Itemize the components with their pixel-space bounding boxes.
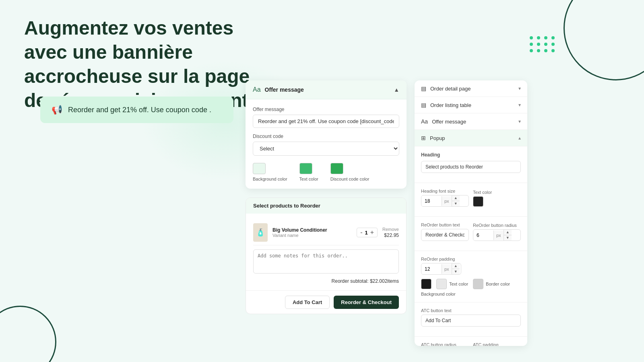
bg-color-setting	[421, 279, 431, 289]
reorder-text-color-swatch[interactable]	[436, 279, 447, 289]
reorder-border-color-label: Border color	[486, 282, 510, 286]
order-detail-icon: ▤	[421, 85, 426, 92]
bg-color-label-bottom: Background color	[421, 292, 456, 296]
popup-chevron: ▴	[518, 135, 521, 141]
reorder-btn-radius-label: ReOrder button radius	[473, 223, 521, 228]
offer-message-config-panel: Aa Offer message ▲ Offer message Discoun…	[246, 80, 407, 189]
bg-color-label: Background color	[253, 177, 287, 181]
discount-code-select[interactable]: Select	[253, 142, 399, 156]
notes-textarea[interactable]	[253, 249, 399, 274]
reorder-colors-row: Text color Border color	[421, 279, 521, 289]
font-size-col: Heading font size px ▲ ▼	[421, 189, 469, 207]
text-color-setting: Text color	[436, 279, 468, 289]
font-size-unit: px	[442, 196, 452, 206]
product-image: 🧴	[253, 223, 268, 242]
font-size-group: px ▲ ▼	[421, 195, 469, 207]
text-color-item: Text color	[299, 163, 318, 181]
product-row: 🧴 Big Volume Conditioner Variant name - …	[253, 220, 399, 245]
megaphone-icon: 📢	[52, 105, 62, 115]
items-count: 2items	[385, 278, 399, 284]
reorder-checkout-button[interactable]: Reorder & Checkout	[334, 296, 399, 309]
reorder-padding-label: ReOrder padding	[421, 257, 521, 261]
add-to-cart-button[interactable]: Add To Cart	[285, 296, 330, 309]
settings-item-popup[interactable]: ⊞ Popup ▴	[415, 130, 527, 146]
main-container: Augmentez vos ventes avec une bannière a…	[0, 0, 644, 362]
reorder-padding-unit: px	[442, 264, 452, 274]
reorder-radius-group: px ▲ ▼	[473, 229, 521, 241]
reorder-padding-arrows: ▲ ▼	[452, 263, 460, 274]
qty-increase-button[interactable]: +	[370, 229, 374, 236]
offer-message-section-header[interactable]: Aa Offer message ▲	[246, 80, 407, 99]
product-price: $22.95	[384, 232, 399, 238]
settings-item-left: ▤ Order detail page	[421, 85, 471, 92]
atc-btn-text-input[interactable]	[421, 315, 521, 327]
product-name: Big Volume Conditioner	[272, 227, 352, 233]
reorder-bg-color-swatch[interactable]	[421, 279, 431, 289]
section-chevron-up: ▲	[394, 86, 399, 93]
reorder-padding-up[interactable]: ▲	[452, 263, 460, 269]
discount-color-label: Discount code color	[330, 177, 369, 181]
text-color-swatch[interactable]	[473, 196, 483, 207]
font-size-up-arrow[interactable]: ▲	[452, 195, 460, 201]
heading-input[interactable]	[421, 161, 521, 173]
reorder-btn-section: ReOrder button text ReOrder button radiu…	[415, 217, 527, 251]
atc-padding-col: ATC padding	[473, 342, 521, 346]
reorder-btn-radius-col: ReOrder button radius px ▲ ▼	[473, 223, 521, 241]
reorder-radius-up[interactable]: ▲	[504, 230, 512, 235]
text-color-swatch[interactable]	[299, 163, 312, 174]
remove-link[interactable]: Remove	[382, 227, 399, 232]
reorder-padding-section: ReOrder padding px ▲ ▼	[415, 251, 527, 302]
popup-nav-label: Popup	[430, 135, 445, 141]
text-color-label: Text color	[299, 177, 318, 181]
atc-bottom-section: ATC button radius ATC padding	[415, 337, 527, 346]
reorder-text-color-label: Text color	[449, 282, 468, 286]
offer-message-nav-label: Offer message	[432, 119, 466, 125]
atc-radius-row: ATC button radius ATC padding	[421, 342, 521, 346]
border-color-setting: Border color	[473, 279, 510, 289]
popup-body: 🧴 Big Volume Conditioner Variant name - …	[246, 214, 406, 290]
settings-item-offer-message[interactable]: Aa Offer message ▾	[415, 113, 527, 130]
subtotal-row: Reorder subtotal: $22.002items	[253, 278, 399, 284]
order-detail-label: Order detail page	[430, 86, 471, 92]
banner-preview: 📢 Reorder and get 21% off. Use coupon co…	[40, 97, 233, 123]
atc-padding-label: ATC padding	[473, 342, 521, 346]
bg-color-item: Background color	[253, 163, 287, 181]
settings-item-order-detail[interactable]: ▤ Order detail page ▾	[415, 80, 527, 97]
subtotal-text: Reorder subtotal: $22.002items	[332, 278, 399, 284]
atc-radius-label: ATC button radius	[421, 342, 469, 346]
reorder-padding-down[interactable]: ▼	[452, 269, 460, 274]
atc-btn-section: ATC button text	[415, 302, 527, 337]
settings-item-left-2: ▤ Order listing table	[421, 102, 471, 108]
preview-panel: 📢 Reorder and get 21% off. Use coupon co…	[20, 93, 246, 362]
offer-message-input[interactable]	[253, 115, 399, 128]
product-info: Big Volume Conditioner Variant name	[272, 227, 352, 238]
order-listing-icon: ▤	[421, 102, 426, 108]
text-color-col: Text color	[473, 190, 521, 207]
reorder-border-color-swatch[interactable]	[473, 279, 483, 289]
text-format-icon: Aa	[253, 86, 261, 93]
settings-panel: ▤ Order detail page ▾ ▤ Order listing ta…	[415, 80, 527, 346]
reorder-radius-arrows: ▲ ▼	[504, 230, 512, 241]
discount-color-swatch[interactable]	[330, 163, 343, 174]
reorder-padding-input[interactable]	[421, 264, 442, 274]
reorder-radius-input[interactable]	[473, 230, 493, 241]
qty-value: 1	[365, 230, 367, 236]
offer-message-label: Offer message	[253, 107, 399, 112]
qty-decrease-button[interactable]: -	[360, 229, 362, 236]
color-options-row: Background color Text color Discount cod…	[253, 163, 399, 181]
reorder-btn-text-input[interactable]	[421, 229, 469, 241]
font-size-down-arrow[interactable]: ▼	[452, 201, 460, 206]
text-color-heading-label: Text color	[473, 190, 521, 195]
offer-message-body: Offer message Discount code Select Backg…	[246, 99, 407, 189]
settings-item-left-4: ⊞ Popup	[421, 135, 445, 141]
reorder-radius-down[interactable]: ▼	[504, 235, 512, 241]
panels-area: 📢 Reorder and get 21% off. Use coupon co…	[20, 93, 644, 362]
font-size-input[interactable]	[421, 196, 442, 206]
discount-color-item: Discount code color	[330, 163, 369, 181]
settings-item-order-listing[interactable]: ▤ Order listing table ▾	[415, 97, 527, 113]
reorder-btn-text-label: ReOrder button text	[421, 222, 469, 227]
popup-icon: ⊞	[421, 135, 426, 141]
bg-color-swatch[interactable]	[253, 163, 266, 174]
banner-text: Reorder and get 21% off. Use coupon code…	[68, 106, 211, 114]
font-size-label: Heading font size	[421, 189, 469, 193]
